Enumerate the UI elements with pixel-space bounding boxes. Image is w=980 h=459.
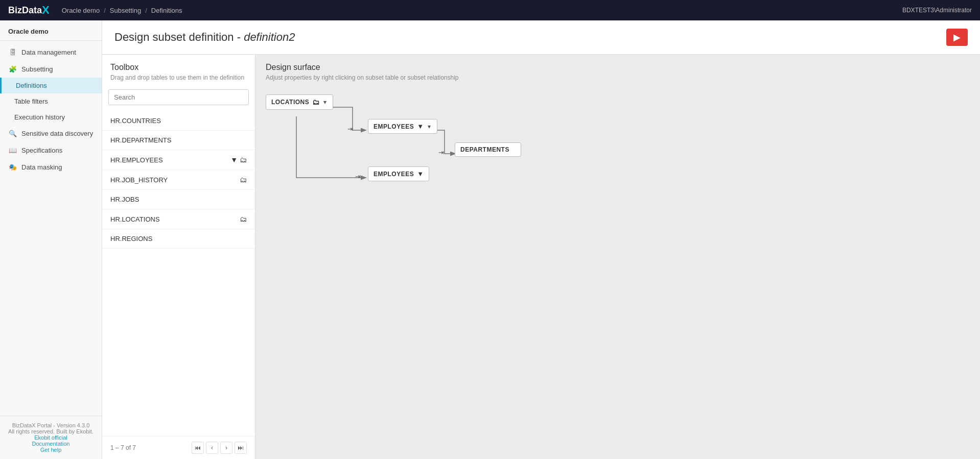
connector-line-3	[296, 116, 365, 178]
run-button[interactable]: ▶	[946, 29, 968, 46]
sidebar-item-label: Data masking	[21, 163, 62, 171]
pagination: 1 – 7 of 7 ⏮ ‹ › ⏭	[102, 436, 255, 459]
sidebar-item-label: Subsetting	[21, 65, 53, 73]
content-area: Design subset definition - definition2 ▶…	[102, 20, 980, 459]
breadcrumb-definitions[interactable]: Definitions	[151, 7, 182, 14]
mask-icon: 🎭	[8, 163, 17, 171]
node-label-employees-1: EMPLOYEES	[374, 123, 414, 130]
logo: BizDataX	[8, 4, 50, 17]
stack-icon: 🗂	[240, 215, 247, 223]
sidebar-item-label: Data management	[21, 49, 76, 56]
top-nav: BizDataX Oracle demo / Subsetting / Defi…	[0, 0, 980, 20]
connector-svg	[255, 83, 980, 457]
search-icon: 🔍	[8, 130, 17, 137]
breadcrumb-subsetting[interactable]: Subsetting	[110, 7, 141, 14]
sidebar-item-sensitive-data[interactable]: 🔍 Sensitive data discovery	[0, 125, 102, 142]
stack-icon: 🗂	[240, 176, 247, 184]
book-icon: 📖	[8, 147, 17, 154]
stack-icon: 🗂	[240, 156, 247, 164]
sidebar-item-definitions[interactable]: Definitions	[0, 78, 102, 93]
table-list: HR.COUNTRIES HR.DEPARTMENTS HR.EMPLOYEES…	[102, 111, 255, 436]
pagination-label: 1 – 7 of 7	[110, 444, 136, 451]
puzzle-icon: 🧩	[8, 65, 17, 73]
list-item[interactable]: HR.JOB_HISTORY 🗂	[102, 170, 255, 190]
design-surface: Design surface Adjust properties by righ…	[255, 55, 980, 459]
filter-icon-employees-1: ▼	[417, 123, 424, 130]
dropdown-button-employees-1[interactable]: ▾	[427, 123, 432, 130]
database-icon: 🗄	[8, 49, 17, 56]
design-surface-title: Design surface	[266, 63, 970, 72]
list-item[interactable]: HR.EMPLOYEES ▼ 🗂	[102, 150, 255, 170]
sidebar-item-specifications[interactable]: 📖 Specifications	[0, 142, 102, 159]
table-name: HR.REGIONS	[110, 235, 152, 243]
filter-icon-employees-2: ▼	[417, 170, 424, 178]
table-name: HR.JOBS	[110, 196, 139, 203]
node-employees-1[interactable]: EMPLOYEES ▼ ▾	[368, 119, 437, 134]
next-page-button[interactable]: ›	[220, 442, 232, 454]
main-layout: Oracle demo 🗄 Data management 🧩 Subsetti…	[0, 20, 980, 459]
toolbox: Toolbox Drag and drop tables to use them…	[102, 55, 255, 459]
table-name: HR.DEPARTMENTS	[110, 136, 171, 144]
rel-icon-1: ⇥	[347, 125, 353, 133]
sidebar-item-execution-history[interactable]: Execution history	[0, 109, 102, 125]
sidebar-item-subsetting[interactable]: 🧩 Subsetting	[0, 61, 102, 78]
node-departments[interactable]: DEPARTMENTS	[455, 142, 521, 157]
rel-icon-2: ⇥	[438, 149, 444, 156]
logo-x: X	[42, 4, 50, 17]
toolbox-header: Toolbox Drag and drop tables to use them…	[102, 55, 255, 89]
design-surface-subtitle: Adjust properties by right clicking on s…	[266, 74, 970, 81]
node-label-employees-2: EMPLOYEES	[374, 171, 414, 178]
sidebar-project-title: Oracle demo	[0, 20, 102, 41]
prev-page-button[interactable]: ‹	[206, 442, 218, 454]
canvas: ⇥ ⇥ ⇥ LOCATIONS 🗂 ▾ EMPLOYEES ▼ ▾	[255, 83, 980, 457]
toolbox-title: Toolbox	[110, 63, 247, 72]
page-title: Design subset definition - definition2	[114, 31, 295, 44]
last-page-button[interactable]: ⏭	[235, 442, 247, 454]
footer-version: BizDataX Portal - Version 4.3.0	[8, 422, 94, 428]
sidebar-item-data-masking[interactable]: 🎭 Data masking	[0, 159, 102, 176]
pagination-controls: ⏮ ‹ › ⏭	[192, 442, 247, 454]
page-title-static: Design subset definition -	[114, 31, 244, 43]
sidebar-item-table-filters[interactable]: Table filters	[0, 93, 102, 109]
list-item[interactable]: HR.COUNTRIES	[102, 111, 255, 131]
footer-link-docs[interactable]: Documentation	[8, 441, 94, 447]
footer-rights: All rights reserved. Built by Ekobit.	[8, 428, 94, 434]
toolbox-subtitle: Drag and drop tables to use them in the …	[110, 74, 247, 81]
table-name: HR.COUNTRIES	[110, 117, 161, 125]
logo-text: BizData	[8, 5, 42, 16]
node-employees-2[interactable]: EMPLOYEES ▼	[368, 166, 429, 181]
sidebar: Oracle demo 🗄 Data management 🧩 Subsetti…	[0, 20, 102, 459]
page-header: Design subset definition - definition2 ▶	[102, 20, 980, 55]
sidebar-item-data-management[interactable]: 🗄 Data management	[0, 44, 102, 61]
design-surface-header: Design surface Adjust properties by righ…	[255, 55, 980, 83]
breadcrumb: Oracle demo / Subsetting / Definitions	[62, 7, 902, 14]
sidebar-section: 🗄 Data management 🧩 Subsetting Definitio…	[0, 41, 102, 179]
first-page-button[interactable]: ⏮	[192, 442, 204, 454]
footer-link-help[interactable]: Get help	[8, 447, 94, 453]
node-locations[interactable]: LOCATIONS 🗂 ▾	[266, 94, 333, 110]
breadcrumb-project[interactable]: Oracle demo	[62, 7, 100, 14]
dropdown-button-locations[interactable]: ▾	[322, 99, 328, 106]
node-label-departments: DEPARTMENTS	[460, 146, 509, 153]
list-item[interactable]: HR.REGIONS	[102, 229, 255, 249]
user-info: BDXTEST3\Administrator	[902, 7, 972, 14]
panels: Toolbox Drag and drop tables to use them…	[102, 55, 980, 459]
rel-icon-3: ⇥	[355, 173, 361, 180]
node-label-locations: LOCATIONS	[271, 99, 309, 106]
sidebar-item-label: Sensitive data discovery	[21, 130, 93, 137]
table-name: HR.EMPLOYEES	[110, 156, 163, 164]
sidebar-footer: BizDataX Portal - Version 4.3.0 All righ…	[0, 416, 102, 459]
table-name: HR.LOCATIONS	[110, 215, 160, 223]
table-name: HR.JOB_HISTORY	[110, 176, 168, 184]
list-item[interactable]: HR.LOCATIONS 🗂	[102, 209, 255, 229]
footer-link-ekobit[interactable]: Ekobit official	[8, 434, 94, 441]
list-item[interactable]: HR.JOBS	[102, 190, 255, 209]
list-item[interactable]: HR.DEPARTMENTS	[102, 131, 255, 150]
search-input[interactable]	[108, 89, 249, 105]
page-title-italic: definition2	[244, 31, 295, 43]
sidebar-item-label: Specifications	[21, 147, 62, 154]
filter-icon: ▼	[230, 156, 238, 164]
stack-icon-locations: 🗂	[312, 98, 319, 106]
